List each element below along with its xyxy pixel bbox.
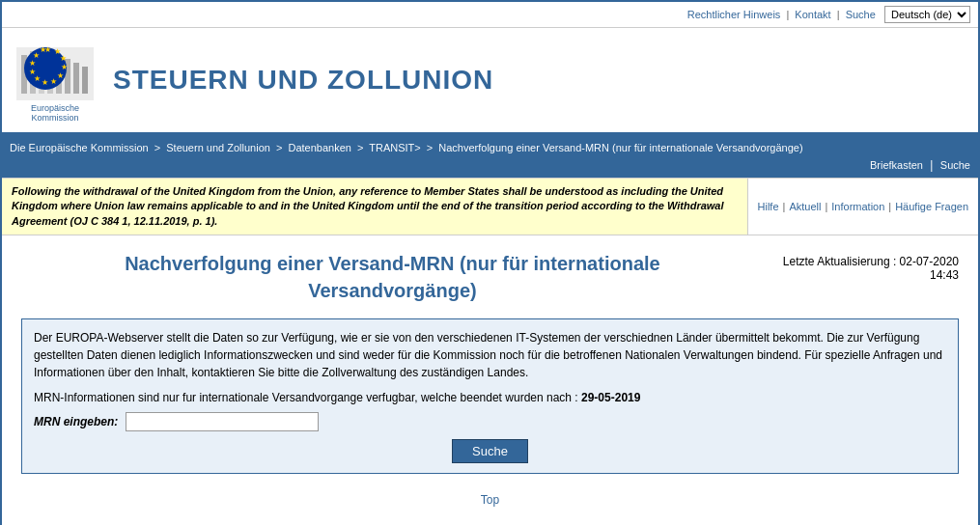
breadcrumb-current: Nachverfolgung einer Versand-MRN (nur fü… (438, 142, 802, 153)
mrn-input[interactable] (126, 412, 319, 431)
search-button[interactable]: Suche (452, 439, 528, 463)
svg-text:★: ★ (29, 59, 36, 68)
svg-text:★: ★ (57, 71, 64, 80)
breadcrumb-transit-link[interactable]: TRANSIT> (369, 142, 420, 153)
nav-bar: Die Europäische Kommission > Steuern und… (2, 135, 978, 178)
nav-right-links: Briefkasten | Suche (10, 156, 970, 174)
svg-text:★: ★ (40, 45, 46, 54)
svg-text:★: ★ (29, 68, 36, 76)
breadcrumb: Die Europäische Kommission > Steuern und… (10, 139, 970, 156)
breadcrumb-datenbanken-link[interactable]: Datenbanken (288, 142, 350, 153)
notification-side-links: Hilfe | Aktuell | Information | Häufige … (747, 179, 978, 235)
notification-text: Following the withdrawal of the United K… (2, 179, 747, 235)
language-select[interactable]: Deutsch (de) (884, 6, 970, 23)
hilfe-link[interactable]: Hilfe (758, 201, 779, 212)
mrn-row: MRN eingeben: (34, 412, 946, 431)
svg-text:★: ★ (60, 54, 67, 63)
logo-area: ★ ★ ★ ★ ★ ★ ★ ★ ★ ★ ★ ★ Europäische Komm… (16, 38, 94, 123)
last-updated: Letzte Aktualisierung : 02-07-2020 14:43 (783, 250, 959, 282)
haeufige-fragen-link[interactable]: Häufige Fragen (895, 201, 968, 212)
eu-commission-logo: ★ ★ ★ ★ ★ ★ ★ ★ ★ ★ ★ ★ (16, 38, 94, 100)
page-title-section: Nachverfolgung einer Versand-MRN (nur fü… (21, 250, 959, 304)
page-title: Nachverfolgung einer Versand-MRN (nur fü… (21, 250, 764, 304)
suche-nav-link[interactable]: Suche (940, 159, 970, 171)
sep2: | (837, 9, 840, 20)
svg-text:★: ★ (33, 51, 40, 60)
information-link[interactable]: Information (831, 201, 884, 212)
footer-link-section: Top (21, 484, 959, 516)
mrn-note: MRN-Informationen sind nur fur internati… (34, 389, 946, 406)
breadcrumb-sep1: > (154, 142, 160, 153)
breadcrumb-sep4: > (427, 142, 433, 153)
logo-text: Europäische Kommission (31, 103, 79, 123)
top-link[interactable]: Top (481, 493, 499, 507)
briefkasten-link[interactable]: Briefkasten (870, 159, 923, 171)
svg-text:★: ★ (42, 78, 48, 87)
breadcrumb-home-link[interactable]: Die Europäische Kommission (10, 142, 149, 153)
breadcrumb-sep3: > (357, 142, 363, 153)
svg-text:★: ★ (50, 77, 57, 86)
sep1: | (786, 9, 789, 20)
svg-rect-7 (73, 63, 79, 94)
site-title: STEUERN UND ZOLLUNION (113, 65, 493, 96)
search-btn-row: Suche (34, 439, 946, 463)
suche-top-link[interactable]: Suche (846, 9, 876, 20)
kontakt-link[interactable]: Kontakt (795, 9, 830, 20)
top-bar: Rechtlicher Hinweis | Kontakt | Suche De… (2, 2, 978, 28)
rechtlicher-hinweis-link[interactable]: Rechtlicher Hinweis (687, 9, 781, 20)
breadcrumb-sep2: > (276, 142, 282, 153)
info-box: Der EUROPA-Webserver stellt die Daten so… (21, 318, 959, 474)
svg-rect-8 (82, 67, 88, 94)
main-content: Nachverfolgung einer Versand-MRN (nur fü… (2, 235, 978, 525)
notification-bar: Following the withdrawal of the United K… (2, 178, 978, 235)
mrn-label: MRN eingeben: (34, 413, 118, 430)
aktuell-link[interactable]: Aktuell (789, 201, 821, 212)
info-text-main: Der EUROPA-Webserver stellt die Daten so… (34, 329, 946, 381)
header-section: ★ ★ ★ ★ ★ ★ ★ ★ ★ ★ ★ ★ Europäische Komm… (2, 28, 978, 135)
svg-text:★: ★ (61, 63, 68, 71)
breadcrumb-steuern-link[interactable]: Steuern und Zollunion (166, 142, 270, 153)
mrn-date: 29-05-2019 (581, 391, 640, 404)
